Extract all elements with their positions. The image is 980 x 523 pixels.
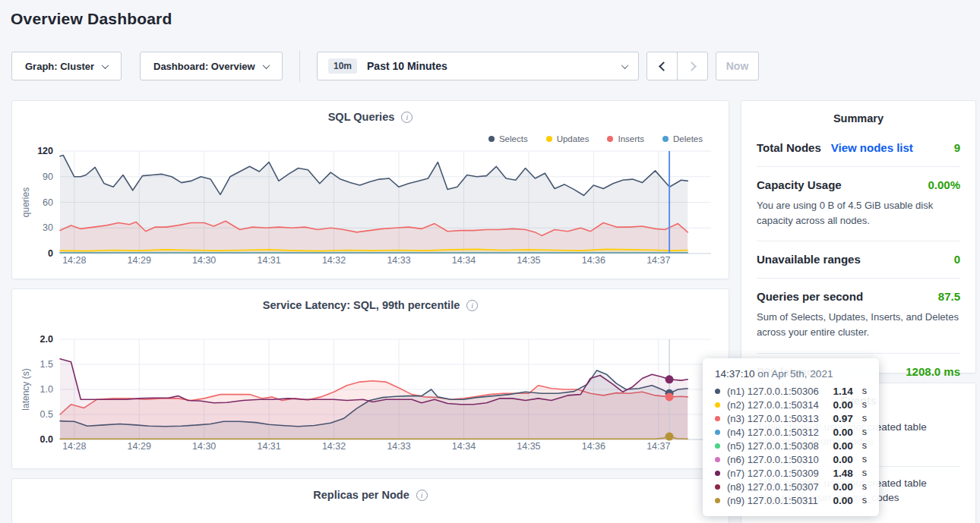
chevron-down-icon [102,61,109,69]
x-axis-tick-label: 14:30 [192,255,216,266]
replicas-title-row: Replicas per Node [12,479,729,501]
sql-queries-chart[interactable]: 030609012014:2814:2914:3014:3114:3214:33… [12,143,730,276]
x-axis-tick-label: 14:31 [257,441,280,452]
x-axis-tick-label: 14:36 [582,255,605,266]
unavailable-ranges-value: 0 [954,253,960,266]
y-axis-tick-label: 90 [43,172,53,182]
node-latency-unit: s [862,399,867,410]
node-color-dot [715,416,720,421]
summary-panel: Summary Total Nodes View nodes list 9 Ca… [741,100,976,373]
tooltip-node-row: (n6) 127.0.0.1:503100.00s [715,452,867,466]
service-latency-chart[interactable]: 0.00.51.01.52.014:2814:2914:3014:3114:32… [12,332,730,465]
node-color-dot [715,471,720,476]
time-next-button-disabled[interactable] [677,52,708,80]
total-nodes-value: 9 [954,141,960,154]
y-axis-tick-label: 1.0 [40,384,53,395]
y-axis-tick-label: 0.5 [40,409,53,420]
tooltip-node-row: (n1) 127.0.0.1:503061.14s [715,384,867,398]
legend-label: Deletes [673,134,703,143]
y-axis-title: latency (s) [21,368,31,410]
node-color-dot [715,443,720,449]
legend-label: Updates [557,134,590,143]
legend-dot [546,136,552,142]
node-latency-value: 0.00 [833,481,852,493]
x-axis-tick-label: 14:30 [192,441,216,452]
y-axis-title: queries [21,187,31,217]
tooltip-rows: (n1) 127.0.0.1:503061.14s(n2) 127.0.0.1:… [715,384,867,507]
chevron-right-icon [687,61,697,71]
replicas-per-node-panel: Replicas per Node [11,478,729,523]
dashboard-dropdown[interactable]: Dashboard: Overview [140,52,283,80]
chevron-down-icon [262,61,270,69]
legend-item-deletes: Deletes [662,134,703,143]
time-range-selector[interactable]: 10m Past 10 Minutes [317,52,639,80]
sql-legend: SelectsUpdatesInsertsDeletes [488,134,703,143]
node-latency-unit: s [862,440,867,451]
x-axis-tick-label: 14:29 [128,255,151,266]
x-axis-tick-label: 14:37 [646,255,670,266]
graph-dropdown[interactable]: Graph: Cluster [11,52,122,80]
time-prev-button[interactable] [646,52,678,80]
x-axis-tick-label: 14:34 [452,255,476,266]
info-icon[interactable] [416,490,428,501]
legend-item-updates: Updates [546,134,590,143]
node-address: (n8) 127.0.0.1:50307 [727,481,826,493]
y-axis-tick-label: 0.0 [40,434,53,445]
tooltip-node-row: (n9) 127.0.0.1:503110.00s [715,493,867,507]
node-color-dot [715,457,720,462]
legend-item-selects: Selects [488,134,528,143]
node-latency-value: 0.00 [833,454,852,465]
node-address: (n7) 127.0.0.1:50309 [727,468,826,479]
view-nodes-list-link[interactable]: View nodes list [831,141,913,154]
sql-queries-title: SQL Queries [328,111,395,123]
x-axis-tick-label: 14:32 [322,255,346,266]
toolbar-divider [299,50,300,82]
y-axis-tick-label: 2.0 [40,334,53,345]
x-axis-tick-label: 14:32 [322,441,346,452]
info-icon[interactable] [466,300,478,311]
y-axis-tick-label: 60 [43,197,53,208]
summary-row-total-nodes: Total Nodes View nodes list 9 [757,130,960,167]
x-axis-tick-label: 14:31 [257,255,280,266]
sql-queries-title-row: SQL Queries [12,101,729,123]
y-axis-tick-label: 30 [43,222,53,233]
total-nodes-label: Total Nodes [757,141,821,154]
node-address: (n3) 127.0.0.1:50313 [727,413,826,424]
node-address: (n9) 127.0.0.1:50311 [727,495,826,506]
legend-label: Selects [499,134,528,143]
node-color-dot [715,389,720,394]
replicas-title: Replicas per Node [313,489,409,501]
x-axis-tick-label: 14:34 [452,441,476,452]
info-icon[interactable] [401,112,413,123]
now-button-disabled[interactable]: Now [716,52,759,80]
chevron-down-icon [621,61,629,69]
node-address: (n5) 127.0.0.1:50308 [727,440,826,452]
node-latency-unit: s [862,413,867,424]
node-address: (n4) 127.0.0.1:50312 [727,427,826,438]
legend-item-inserts: Inserts [607,134,644,143]
node-latency-value: 1.14 [833,386,852,397]
tooltip-node-row: (n8) 127.0.0.1:503070.00s [715,480,867,493]
qps-value: 87.5 [938,290,960,303]
x-axis-tick-label: 14:37 [646,441,670,452]
node-latency-value: 0.00 [833,427,852,438]
node-latency-value: 0.00 [833,495,852,506]
page-title: Overview Dashboard [11,10,172,28]
chart-hover-tooltip: 14:37:10 on Apr 5th, 2021 (n1) 127.0.0.1… [703,358,879,516]
legend-dot [662,136,669,142]
x-axis-tick-label: 14:28 [62,255,86,266]
y-axis-tick-label: 120 [37,146,53,156]
x-axis-tick-label: 14:33 [387,441,410,452]
time-range-badge: 10m [328,58,357,74]
x-axis-tick-label: 14:35 [517,441,540,452]
x-axis-tick-label: 14:36 [582,441,605,452]
qps-desc: Sum of Selects, Updates, Inserts, and De… [757,310,960,340]
graph-dropdown-label: Graph: Cluster [25,61,94,72]
node-latency-value: 0.97 [833,413,852,424]
node-address: (n1) 127.0.0.1:50306 [727,386,826,397]
service-latency-title-row: Service Latency: SQL, 99th percentile [12,289,729,311]
tooltip-node-row: (n2) 127.0.0.1:503140.00s [715,398,867,411]
unavailable-ranges-label: Unavailable ranges [757,253,861,266]
hover-data-point [665,392,674,401]
legend-dot [607,136,613,142]
